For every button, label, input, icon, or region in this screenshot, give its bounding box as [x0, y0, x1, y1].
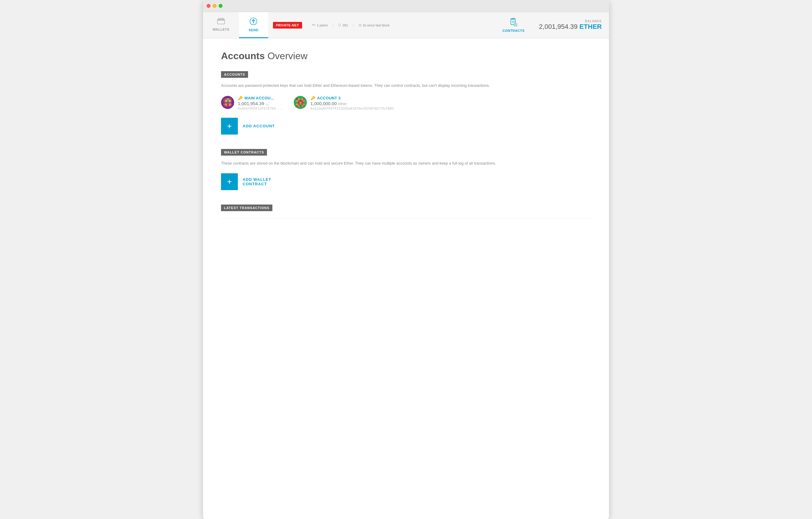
add-account-row[interactable]: + ADD ACCOUNT: [221, 118, 591, 135]
add-account-button[interactable]: +: [221, 118, 238, 135]
svg-rect-21: [231, 100, 232, 102]
svg-rect-52: [303, 102, 304, 104]
svg-rect-27: [224, 104, 225, 106]
wallet-contracts-description: These contracts are stored on the blockc…: [221, 161, 591, 166]
nav-send[interactable]: SEND: [239, 12, 268, 38]
svg-rect-50: [300, 102, 301, 104]
svg-rect-20: [229, 100, 231, 102]
contracts-label: CONTRACTS: [502, 29, 525, 32]
balance-number: 2,001,954.39: [539, 23, 577, 30]
balance-currency: ETHER: [579, 23, 602, 30]
maximize-button[interactable]: [219, 4, 223, 8]
wallets-icon: [217, 18, 225, 26]
svg-rect-59: [298, 106, 300, 107]
svg-rect-33: [225, 106, 227, 107]
svg-rect-54: [298, 104, 300, 106]
page-title: Accounts Overview: [221, 51, 591, 62]
peers-status: 〜 1 peers: [312, 23, 328, 28]
svg-rect-55: [300, 104, 301, 106]
svg-rect-49: [298, 102, 300, 104]
account3-avatar-svg: [294, 96, 307, 109]
account3-key-icon: 🔑: [311, 96, 315, 100]
svg-rect-39: [298, 98, 300, 100]
svg-rect-41: [301, 98, 303, 100]
svg-rect-38: [296, 98, 298, 100]
svg-rect-34: [227, 106, 229, 107]
accounts-section-header: ACCOUNTS: [221, 71, 248, 78]
divider-2: |: [353, 23, 354, 27]
network-badge-container: PRIVATE-NET: [268, 12, 307, 38]
transactions-divider: [221, 218, 591, 219]
svg-rect-5: [512, 18, 514, 20]
account3-name-row: 🔑 ACCOUNT 3: [311, 96, 394, 100]
svg-rect-15: [229, 98, 231, 100]
svg-rect-23: [225, 102, 227, 104]
blocks-count: 391: [342, 23, 348, 27]
main-account-info: 🔑 MAIN ACCOU... 1,001,954.39 ... 0xAe570…: [238, 96, 282, 111]
svg-rect-25: [229, 102, 231, 104]
account3-balance: 1,000,000.00 ether: [311, 101, 394, 106]
latest-transactions-section: LATEST TRANSACTIONS: [221, 205, 591, 219]
main-avatar-svg: [221, 96, 234, 109]
account-card-main[interactable]: 🔑 MAIN ACCOU... 1,001,954.39 ... 0xAe570…: [221, 96, 282, 111]
svg-rect-56: [301, 104, 303, 106]
svg-rect-13: [225, 98, 227, 100]
contracts-icon: [509, 18, 518, 27]
traffic-lights: [207, 4, 223, 8]
add-wallet-contract-button[interactable]: +: [221, 173, 238, 190]
svg-rect-47: [303, 100, 304, 102]
page-title-regular: Overview: [265, 51, 308, 61]
svg-rect-36: [231, 106, 232, 107]
add-wallet-contract-row[interactable]: + ADD WALLET CONTRACT: [221, 173, 591, 190]
peers-count: 1 peers: [317, 23, 328, 27]
svg-rect-35: [229, 106, 231, 107]
account3-avatar: [294, 96, 307, 109]
close-button[interactable]: [207, 4, 210, 8]
nav-spacer: [394, 12, 495, 38]
titlebar: [203, 0, 609, 12]
svg-rect-14: [227, 98, 229, 100]
svg-rect-51: [301, 102, 303, 104]
main-key-icon: 🔑: [238, 96, 243, 100]
add-account-icon: +: [227, 121, 232, 131]
svg-rect-29: [227, 104, 229, 106]
svg-rect-31: [231, 104, 232, 106]
latest-transactions-header: LATEST TRANSACTIONS: [221, 205, 272, 211]
network-status: 〜 1 peers | ⬡ 391 | ◷ 3s since last bloc…: [312, 23, 389, 28]
divider-1: |: [333, 23, 334, 27]
add-wallet-contract-label: ADD WALLET CONTRACT: [243, 177, 271, 186]
main-account-name-row: 🔑 MAIN ACCOU...: [238, 96, 282, 100]
svg-rect-62: [303, 106, 304, 107]
wallet-contracts-header: WALLET CONTRACTS: [221, 149, 267, 155]
main-account-avatar: [221, 96, 234, 109]
page-title-bold: Accounts: [221, 51, 265, 61]
account3-address: 0x62daA5F6974331EEBaB3970e19598F0E279cFB…: [311, 107, 394, 111]
svg-rect-18: [225, 100, 227, 102]
last-block-status: ◷ 3s since last block: [358, 23, 389, 27]
svg-rect-48: [296, 102, 298, 104]
svg-rect-60: [300, 106, 301, 107]
nav-wallets[interactable]: WALLETS: [203, 12, 239, 38]
svg-rect-43: [296, 100, 298, 102]
svg-rect-42: [303, 98, 304, 100]
svg-rect-57: [303, 104, 304, 106]
minimize-button[interactable]: [212, 4, 216, 8]
last-block-text: 3s since last block: [363, 23, 389, 27]
svg-rect-61: [301, 106, 303, 107]
account-card-3[interactable]: 🔑 ACCOUNT 3 1,000,000.00 ether 0x62daA5F…: [294, 96, 394, 111]
clock-icon: ◷: [358, 23, 361, 27]
network-badge: PRIVATE-NET: [273, 22, 302, 29]
account3-balance-unit: ether: [338, 102, 347, 106]
nav-contracts[interactable]: CONTRACTS: [495, 12, 532, 38]
svg-rect-12: [224, 98, 225, 100]
main-account-address: 0xAe57095F12Fb7E760...: [238, 107, 282, 111]
account3-info: 🔑 ACCOUNT 3 1,000,000.00 ether 0x62daA5F…: [311, 96, 394, 111]
svg-rect-40: [300, 98, 301, 100]
main-account-name: MAIN ACCOU...: [244, 96, 274, 100]
svg-rect-30: [229, 104, 231, 106]
accounts-section: ACCOUNTS Accounts are password protected…: [221, 71, 591, 135]
add-wallet-contract-icon: +: [227, 177, 232, 186]
add-account-label: ADD ACCOUNT: [243, 124, 275, 128]
balance-amount: 2,001,954.39 ETHER: [539, 23, 602, 31]
svg-rect-22: [224, 102, 225, 104]
